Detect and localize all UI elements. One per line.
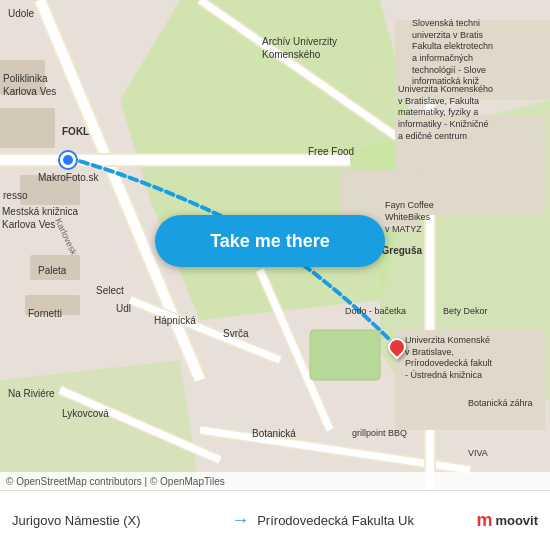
label-udole: Udole xyxy=(8,8,34,20)
map-attribution: © OpenStreetMap contributors | © OpenMap… xyxy=(0,472,550,490)
label-viva: VIVA xyxy=(468,448,488,459)
label-uk-fakulta: Univerzita Komenskéhov Bratislave, Fakul… xyxy=(398,84,493,142)
label-makrofoto: MakroFoto.sk xyxy=(38,172,99,184)
label-botanicka-zahra: Botanická záhra xyxy=(468,398,533,409)
label-slovenska-tech: Slovenská techniuniverzita v BratisFakul… xyxy=(412,18,493,88)
route-to-label: Prírodovedecká Fakulta Uk xyxy=(257,513,468,528)
label-archiv: Archív UniverzityKomenského xyxy=(262,35,337,61)
label-dodo: Dodo - bačetka xyxy=(345,306,406,317)
bottom-bar: Jurigovo Námestie (X) → Prírodovedecká F… xyxy=(0,490,550,550)
svg-rect-22 xyxy=(0,108,55,148)
label-fornetti: Fornetti xyxy=(28,308,62,320)
destination-pin xyxy=(388,338,406,356)
label-free-food: Free Food xyxy=(308,146,354,158)
route-from-label: Jurigovo Námestie (X) xyxy=(12,513,223,528)
take-me-there-button[interactable]: Take me there xyxy=(155,215,385,267)
label-select: Select xyxy=(96,285,124,297)
svg-marker-3 xyxy=(0,360,200,490)
map-container: Karloveská xyxy=(0,0,550,490)
route-arrow-icon: → xyxy=(231,510,249,531)
svg-rect-30 xyxy=(310,330,380,380)
label-matyz: v MATYZ xyxy=(385,224,422,235)
label-svrca: Svrča xyxy=(223,328,249,340)
label-grillpoint: grillpoint BBQ xyxy=(352,428,407,439)
label-uk-prirodovedecka: Univerzita Komenskév Bratislave,Prírodov… xyxy=(405,335,492,382)
label-udl: Udl xyxy=(116,303,131,315)
moovit-m-icon: m xyxy=(476,510,492,531)
label-botanicka: Botanická xyxy=(252,428,296,440)
origin-location-dot xyxy=(60,152,76,168)
attribution-text: © OpenStreetMap contributors | © OpenMap… xyxy=(6,476,225,487)
moovit-logo: m moovit xyxy=(476,510,538,531)
label-fokl: FOKL xyxy=(62,126,89,138)
label-lykovcova: Lykovcová xyxy=(62,408,109,420)
label-poliklinika: PoliklinikaKarlova Ves xyxy=(3,72,56,98)
label-whitebikes: WhiteBikes xyxy=(385,212,430,223)
label-resso: resso xyxy=(3,190,27,202)
label-na-riviere: Na Riviére xyxy=(8,388,55,400)
label-hapnicka: Hápnická xyxy=(154,315,196,327)
label-fayn-coffee: Fayn Coffee xyxy=(385,200,434,211)
label-mestska-kninica: Mestská knižnicaKarlova Ves xyxy=(2,205,78,231)
moovit-wordmark: moovit xyxy=(495,513,538,528)
label-bety-dekor: Bety Dekor xyxy=(443,306,488,317)
label-paleta: Paleta xyxy=(38,265,66,277)
